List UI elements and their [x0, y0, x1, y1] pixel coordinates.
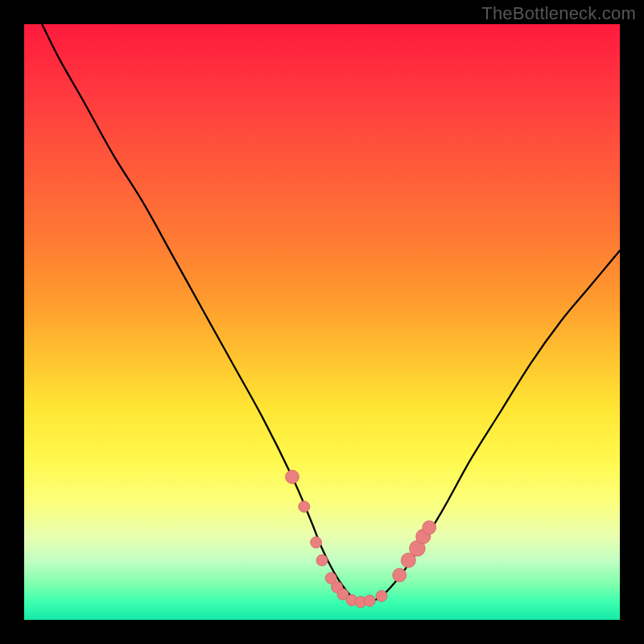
bottleneck-curve: [42, 24, 620, 603]
data-marker: [299, 501, 310, 512]
data-marker: [376, 590, 387, 601]
data-marker: [364, 595, 375, 606]
data-marker: [316, 555, 328, 566]
plot-area: [24, 24, 620, 620]
data-marker: [393, 568, 407, 582]
curve-markers: [286, 470, 436, 608]
curve-svg: [24, 24, 620, 620]
data-marker: [311, 537, 322, 548]
attribution-text: TheBottleneck.com: [481, 3, 636, 24]
data-marker: [286, 470, 299, 484]
chart-frame: TheBottleneck.com: [0, 0, 644, 644]
data-marker: [423, 521, 436, 535]
